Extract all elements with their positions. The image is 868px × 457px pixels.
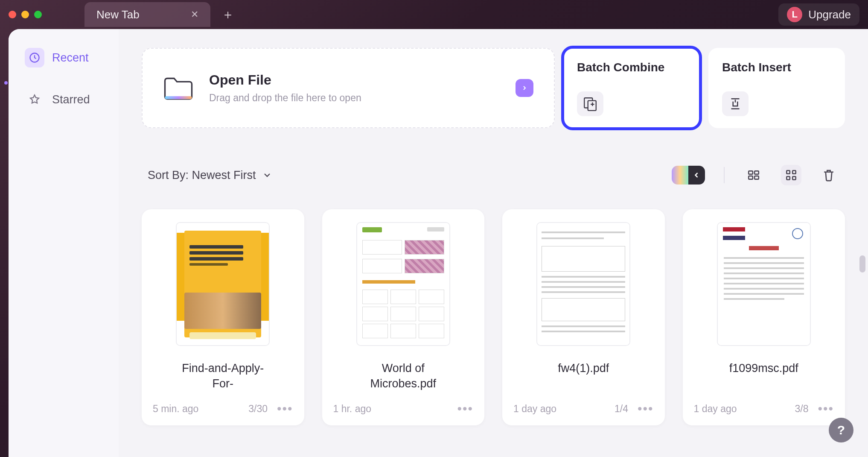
scrollbar-thumb[interactable]	[859, 255, 865, 272]
action-card-batch-insert[interactable]: Batch Insert	[708, 48, 845, 128]
file-time: 1 hr. ago	[333, 403, 372, 415]
decorative-dot	[4, 81, 8, 85]
sort-dropdown[interactable]: Sort By: Newest First	[148, 169, 272, 182]
more-icon[interactable]: •••	[818, 401, 834, 416]
help-button[interactable]: ?	[829, 418, 853, 442]
window-titlebar: New Tab ✕ ＋ L Upgrade	[0, 0, 868, 29]
list-toolbar: Sort By: Newest First	[142, 165, 845, 185]
svg-rect-6	[749, 176, 753, 179]
window-zoom-button[interactable]	[34, 11, 42, 18]
svg-rect-1	[165, 96, 192, 99]
view-grid-button[interactable]	[781, 165, 801, 185]
tab-strip: New Tab ✕ ＋	[84, 0, 234, 29]
file-card[interactable]: fw4(1).pdf 1 day ago 1/4 •••	[502, 209, 665, 425]
action-card-title: Batch Combine	[577, 61, 686, 74]
tab-title: New Tab	[96, 8, 140, 21]
file-name: f1099msc.pdf	[729, 360, 798, 392]
file-thumbnail	[176, 222, 270, 346]
app-surface: Recent Starred Open File Drag and drop t…	[9, 29, 868, 457]
more-icon[interactable]: •••	[638, 401, 654, 416]
upgrade-label: Upgrade	[808, 8, 851, 21]
svg-rect-10	[786, 176, 790, 180]
file-thumbnail	[536, 222, 630, 346]
help-glyph: ?	[837, 423, 845, 437]
file-name: fw4(1).pdf	[558, 360, 609, 392]
window-controls	[9, 11, 42, 18]
chevron-left-icon	[692, 171, 701, 179]
more-icon[interactable]: •••	[277, 401, 293, 416]
open-file-dropzone[interactable]: Open File Drag and drop the file here to…	[142, 48, 555, 128]
file-time: 5 min. ago	[153, 403, 198, 415]
insert-pages-icon	[722, 91, 749, 116]
file-card[interactable]: Find-and-Apply-For- 5 min. ago 3/30 •••	[142, 209, 304, 425]
sidebar-item-label: Starred	[52, 93, 90, 106]
sidebar-item-recent[interactable]: Recent	[19, 44, 108, 72]
file-pages: 3/8	[795, 403, 809, 415]
window-minimize-button[interactable]	[21, 11, 29, 18]
svg-rect-8	[786, 170, 790, 174]
new-tab-button[interactable]: ＋	[221, 6, 234, 23]
svg-rect-11	[792, 176, 796, 180]
delete-button[interactable]	[818, 165, 839, 185]
sidebar: Recent Starred	[9, 29, 119, 457]
svg-rect-4	[749, 171, 753, 174]
window-close-button[interactable]	[9, 11, 16, 18]
file-grid: Find-and-Apply-For- 5 min. ago 3/30 •••	[142, 209, 845, 425]
color-filter-chip[interactable]	[672, 166, 705, 185]
svg-rect-7	[754, 176, 759, 179]
chevron-down-icon	[262, 170, 272, 180]
svg-rect-9	[792, 170, 796, 174]
avatar: L	[787, 7, 802, 22]
action-card-title: Batch Insert	[722, 61, 831, 74]
view-list-button[interactable]	[743, 165, 764, 185]
svg-rect-5	[754, 171, 759, 174]
toolbar-separator	[724, 167, 725, 183]
upgrade-button[interactable]: L Upgrade	[778, 3, 859, 26]
file-card[interactable]: World of Microbes.pdf 1 hr. ago •••	[322, 209, 485, 425]
folder-icon	[163, 75, 194, 101]
file-thumbnail	[356, 222, 450, 346]
file-pages: 3/30	[248, 403, 268, 415]
file-pages: 1/4	[615, 403, 628, 415]
close-icon[interactable]: ✕	[191, 9, 198, 20]
action-card-batch-combine[interactable]: Batch Combine	[563, 48, 700, 128]
main-content: Open File Drag and drop the file here to…	[119, 29, 868, 457]
top-actions-row: Open File Drag and drop the file here to…	[142, 48, 845, 128]
file-name: Find-and-Apply-For-	[172, 360, 274, 392]
clock-icon	[25, 48, 44, 67]
star-icon	[25, 90, 44, 109]
file-card[interactable]: f1099msc.pdf 1 day ago 3/8 •••	[683, 209, 845, 425]
file-thumbnail	[717, 222, 811, 346]
file-time: 1 day ago	[513, 403, 556, 415]
browser-tab-new[interactable]: New Tab ✕	[84, 2, 210, 27]
open-file-arrow-button[interactable]	[516, 79, 533, 97]
sidebar-item-label: Recent	[52, 51, 89, 64]
sidebar-item-starred[interactable]: Starred	[19, 85, 108, 114]
open-file-title: Open File	[209, 72, 361, 88]
sort-label: Sort By: Newest First	[148, 169, 256, 182]
file-time: 1 day ago	[694, 403, 737, 415]
file-name: World of Microbes.pdf	[352, 360, 454, 392]
combine-pages-icon	[577, 91, 603, 116]
more-icon[interactable]: •••	[457, 401, 473, 416]
open-file-subtitle: Drag and drop the file here to open	[209, 92, 361, 104]
